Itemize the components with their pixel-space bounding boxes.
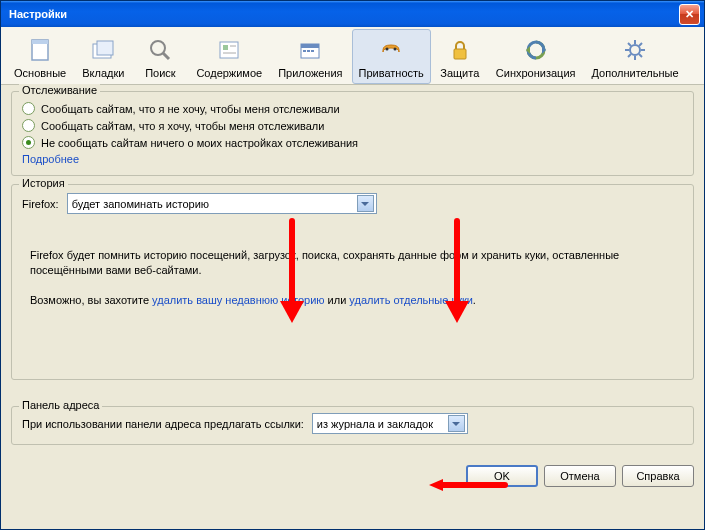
close-button[interactable]: ✕	[679, 4, 700, 25]
addressbar-label: При использовании панели адреса предлага…	[22, 418, 304, 430]
history-links-line: Возможно, вы захотите удалить вашу недав…	[30, 293, 675, 308]
addressbar-group: Панель адреса При использовании панели а…	[11, 406, 694, 445]
clear-recent-history-link[interactable]: удалить вашу недавнюю историю	[152, 294, 324, 306]
tab-tabs[interactable]: Вкладки	[75, 29, 131, 84]
svg-marker-33	[429, 479, 443, 491]
svg-point-20	[630, 45, 640, 55]
tab-security[interactable]: Защита	[433, 29, 487, 84]
tracking-more-link[interactable]: Подробнее	[22, 153, 79, 165]
tracking-legend: Отслеживание	[19, 84, 100, 96]
window-title: Настройки	[9, 8, 679, 20]
history-label: Firefox:	[22, 198, 59, 210]
svg-rect-1	[32, 40, 48, 44]
dialog-buttons: OK Отмена Справка	[1, 459, 704, 495]
history-group: История Firefox: будет запоминать истори…	[11, 184, 694, 380]
sync-icon	[520, 34, 552, 65]
svg-rect-17	[454, 49, 466, 59]
tracking-opt-no-pref[interactable]: Не сообщать сайтам ничего о моих настрой…	[22, 136, 683, 149]
svg-point-4	[151, 41, 165, 55]
tracking-group: Отслеживание Сообщать сайтам, что я не х…	[11, 91, 694, 176]
svg-line-5	[163, 53, 169, 59]
help-button[interactable]: Справка	[622, 465, 694, 487]
search-icon	[144, 34, 176, 65]
radio-label: Сообщать сайтам, что я хочу, чтобы меня …	[41, 120, 324, 132]
close-icon: ✕	[685, 8, 694, 21]
svg-point-15	[386, 47, 389, 50]
tracking-opt-allow-track[interactable]: Сообщать сайтам, что я хочу, чтобы меня …	[22, 119, 683, 132]
svg-line-25	[628, 43, 631, 46]
svg-rect-11	[301, 44, 319, 48]
svg-line-27	[639, 43, 642, 46]
addressbar-suggest-select[interactable]: из журнала и закладок	[312, 413, 468, 434]
radio-icon	[22, 119, 35, 132]
ok-button[interactable]: OK	[466, 465, 538, 487]
radio-label: Сообщать сайтам, что я не хочу, чтобы ме…	[41, 103, 340, 115]
history-mode-select[interactable]: будет запоминать историю	[67, 193, 377, 214]
svg-rect-12	[303, 50, 306, 52]
cancel-button[interactable]: Отмена	[544, 465, 616, 487]
gear-icon	[619, 34, 651, 65]
svg-point-16	[394, 47, 397, 50]
svg-line-26	[639, 54, 642, 57]
history-description: Firefox будет помнить историю посещений,…	[22, 228, 683, 330]
radio-icon	[22, 102, 35, 115]
tab-general[interactable]: Основные	[7, 29, 73, 84]
tab-advanced[interactable]: Дополнительные	[584, 29, 685, 84]
chevron-down-icon	[448, 415, 465, 432]
svg-rect-6	[220, 42, 238, 58]
privacy-icon	[375, 34, 407, 65]
tab-search[interactable]: Поиск	[133, 29, 187, 84]
tab-content[interactable]: Содержимое	[189, 29, 269, 84]
tab-sync[interactable]: Синхронизация	[489, 29, 583, 84]
general-icon	[24, 34, 56, 65]
svg-rect-7	[223, 45, 228, 50]
history-legend: История	[19, 177, 68, 189]
applications-icon	[294, 34, 326, 65]
history-desc-text: Firefox будет помнить историю посещений,…	[30, 248, 675, 279]
content-area: Отслеживание Сообщать сайтам, что я не х…	[1, 85, 704, 459]
tab-privacy[interactable]: Приватность	[352, 29, 431, 84]
svg-rect-3	[97, 41, 113, 55]
security-icon	[444, 34, 476, 65]
clear-cookies-link[interactable]: удалить отдельные куки	[349, 294, 472, 306]
tabs-icon	[87, 34, 119, 65]
select-value: будет запоминать историю	[72, 198, 209, 210]
titlebar: Настройки ✕	[1, 1, 704, 27]
toolbar: Основные Вкладки Поиск Содержимое Прилож…	[1, 27, 704, 85]
radio-label: Не сообщать сайтам ничего о моих настрой…	[41, 137, 358, 149]
svg-line-28	[628, 54, 631, 57]
chevron-down-icon	[357, 195, 374, 212]
radio-icon	[22, 136, 35, 149]
svg-rect-14	[311, 50, 314, 52]
addressbar-legend: Панель адреса	[19, 399, 102, 411]
tracking-opt-do-not-track[interactable]: Сообщать сайтам, что я не хочу, чтобы ме…	[22, 102, 683, 115]
select-value: из журнала и закладок	[317, 418, 433, 430]
content-icon	[213, 34, 245, 65]
tab-applications[interactable]: Приложения	[271, 29, 349, 84]
svg-rect-13	[307, 50, 310, 52]
